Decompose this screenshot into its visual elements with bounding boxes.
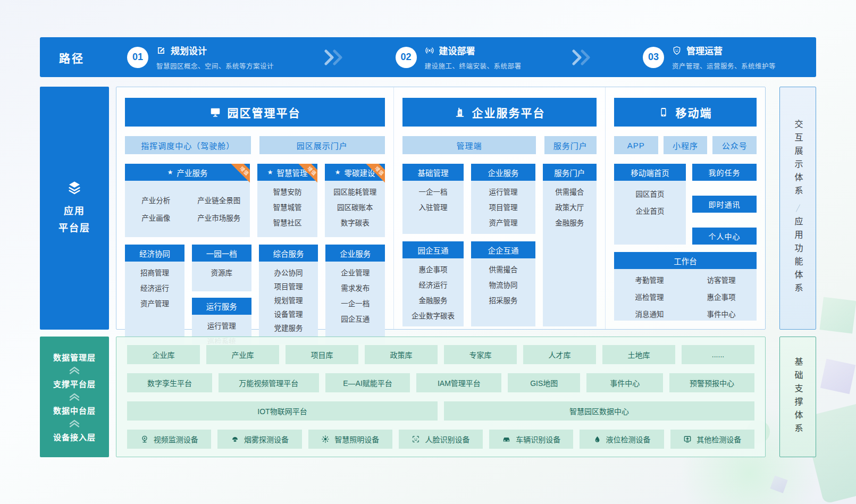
middle-platform-row: IOT物联网平台 智慧园区数据中心 xyxy=(127,401,754,421)
card-zero-carbon: 增值 ★零碳建设 园区能耗管理 园区碳账本 数字碳表 xyxy=(325,164,385,237)
card-body: 产业分析 产业链全景图 产业画像 产业市场服务 xyxy=(125,181,250,237)
double-chevron-up-icon xyxy=(69,393,80,401)
step-03-operation: 03 管理运营 资产管理、运营服务、系统维护等 xyxy=(643,44,776,71)
subheader-official-account: 公众号 xyxy=(712,136,757,154)
card-title: 企业服务 xyxy=(488,167,518,178)
platform-gis-map: GIS地图 xyxy=(508,373,580,392)
camera-icon xyxy=(140,435,149,443)
device-smart-lighting: 智慧照明设备 xyxy=(308,430,392,449)
card-body: 考勤管理 访客管理 巡检管理 惠企事项 消息通知 事件中心 xyxy=(614,269,757,321)
card-body: 一企一档 入驻管理 xyxy=(402,181,464,234)
card-item: 产业市场服务 xyxy=(190,213,248,223)
card-item: 园区碳账本 xyxy=(327,203,383,213)
card-item: 供需撮合 xyxy=(473,265,533,275)
park-platform-title: 园区管理平台 xyxy=(228,104,301,120)
card-item: 供需撮合 xyxy=(545,187,594,197)
platform-digital-twin: 数字孪生平台 xyxy=(127,373,212,392)
subheader-mini-program: 小程序 xyxy=(664,136,708,154)
db-policy: 政策库 xyxy=(365,345,438,364)
card-body: 智慧安防 智慧城管 智慧社区 xyxy=(257,181,317,237)
enterprise-platform-header: 企业服务平台 xyxy=(402,98,597,127)
star-icon: ★ xyxy=(267,169,273,175)
light-icon xyxy=(321,435,330,443)
device-label: 其他检测设备 xyxy=(696,434,741,444)
double-chevron-up-icon xyxy=(69,419,80,427)
park-starred-cards-row: 增值 ★产业服务 产业分析 产业链全景图 产业画像 产业市场服务 增值 ★智慧管… xyxy=(125,164,385,237)
double-chevron-up-icon xyxy=(69,366,80,374)
card-body: 企业管理 需求发布 一企一档 园企互通 xyxy=(325,262,385,344)
device-label: 液位检测设备 xyxy=(606,434,651,444)
db-industry: 产业库 xyxy=(206,345,279,364)
app-layer-label-line2: 平台层 xyxy=(58,220,90,237)
card-item: 金融服务 xyxy=(405,296,461,306)
card-item: 园企互通 xyxy=(328,314,383,324)
enterprise-platform-title: 企业服务平台 xyxy=(472,104,546,120)
data-layers-rail: 数据管理层 支撑平台层 数据中台层 设备接入层 xyxy=(40,337,109,457)
park-platform-column: 园区管理平台 指挥调度中心（驾驶舱） 园区展示门户 增值 ★产业服务 产业分析 … xyxy=(116,87,394,329)
interaction-display-rail: 交互展示体系 应用功能体系 xyxy=(779,87,816,330)
platform-e-ai: E—AI赋能平台 xyxy=(325,373,410,392)
card-item: 产业分析 xyxy=(127,196,185,206)
device-smoke-detection: 烟雾探测设备 xyxy=(217,430,301,449)
step-01-subtitle: 智慧园区概念、空间、系统等方案设计 xyxy=(156,61,274,71)
step-03-number: 03 xyxy=(643,47,664,68)
card-body: 供需撮合 政策大厅 金融服务 xyxy=(543,181,597,233)
card-title: 企企互通 xyxy=(488,245,518,256)
card-body: 招商管理 经济运行 资产管理 xyxy=(125,262,184,344)
device-row: 视频监测设备 烟雾探测设备 智慧照明设备 人脸识别设备 车辆识别设备 液位检测设… xyxy=(127,430,754,449)
card-park-enterprise-link: 园企互通 惠企事项 经济运行 金融服务 企业数字碳表 xyxy=(402,241,464,326)
card-item: 惠企事项 xyxy=(405,265,461,275)
card-item: 智慧安防 xyxy=(259,187,315,197)
mobile-platform-column: 移动端 APP 小程序 公众号 移动端首页 园区首页 企业首页 我的任务 即时通… xyxy=(606,87,765,329)
park-cards-row: 经济协同 招商管理 经济运行 资产管理 一园一档 资源库 xyxy=(125,245,385,344)
card-item: 智慧城管 xyxy=(259,203,315,213)
card-item: 资源库 xyxy=(194,268,249,278)
liquid-level-icon xyxy=(593,435,601,443)
my-tasks-button: 我的任务 xyxy=(692,164,757,181)
subheader-management-client: 管理端 xyxy=(402,136,535,154)
application-function-label: 应用功能体系 xyxy=(792,217,804,297)
card-item: 消息通知 xyxy=(616,309,683,320)
device-label: 烟雾探测设备 xyxy=(244,434,289,444)
car-icon xyxy=(502,435,511,444)
shield-icon xyxy=(672,46,682,55)
card-item: 企业首页 xyxy=(616,206,684,216)
smoke-detector-icon xyxy=(231,435,239,443)
card-item: 经济运行 xyxy=(405,280,461,290)
db-talent: 人才库 xyxy=(523,345,596,364)
device-icon xyxy=(683,435,692,443)
card-item: 一企一档 xyxy=(328,299,383,309)
card-item: 园区首页 xyxy=(616,189,684,199)
card-item: 设备管理 xyxy=(261,309,316,320)
platform-park-data-center: 智慧园区数据中心 xyxy=(444,401,754,421)
app-platform-layer-rail: 应用 平台层 xyxy=(40,87,109,330)
card-item: 招商管理 xyxy=(127,268,182,278)
card-item: 入驻管理 xyxy=(405,203,461,213)
db-land: 土地库 xyxy=(602,345,675,364)
cube-decoration xyxy=(820,359,855,394)
device-vehicle-recognition: 车辆识别设备 xyxy=(489,430,573,449)
card-enterprise-enterprise-link: 企企互通 供需撮合 物流协同 招采服务 xyxy=(471,241,535,326)
step-01-number: 01 xyxy=(127,47,148,68)
app-layer-label-line1: 应用 xyxy=(64,203,85,220)
foundation-support-rail: 基础支撑体系 xyxy=(779,337,816,457)
layer-data-management: 数据管理层 xyxy=(53,351,96,363)
card-smart-management: 增值 ★智慧管理 智慧安防 智慧城管 智慧社区 xyxy=(257,164,317,237)
layer-support-platform: 支撑平台层 xyxy=(53,378,96,389)
device-liquid-level: 液位检测设备 xyxy=(580,430,664,449)
step-03-text: 管理运营 资产管理、运营服务、系统维护等 xyxy=(672,44,776,71)
mobile-button-stack: 我的任务 即时通讯 个人中心 xyxy=(692,164,757,245)
subheader-park-portal: 园区展示门户 xyxy=(259,136,385,154)
path-spacer xyxy=(522,49,643,65)
step-02-deployment: 02 建设部署 建设施工、终端安装、系统部署 xyxy=(396,44,522,71)
broadcast-icon xyxy=(425,46,434,55)
card-item: 访客管理 xyxy=(688,275,754,285)
rail-divider xyxy=(795,204,800,212)
enterprise-platform-column: 企业服务平台 管理端 服务门户 基础管理 一企一档 入驻管理 企业服务 运行 xyxy=(394,87,606,329)
card-comprehensive-services: 综合服务 办公协同 项目管理 规划管理 设备管理 党建服务 xyxy=(259,245,318,344)
interaction-display-label: 交互展示体系 xyxy=(792,120,804,199)
database-row: 企业库 产业库 项目库 政策库 专家库 人才库 土地库 ...... xyxy=(127,345,754,364)
platform-video-management: 万能视频管理平台 xyxy=(219,373,319,392)
park-subheaders: 指挥调度中心（驾驶舱） 园区展示门户 xyxy=(125,136,385,154)
card-economic-collaboration: 经济协同 招商管理 经济运行 资产管理 xyxy=(125,245,184,344)
